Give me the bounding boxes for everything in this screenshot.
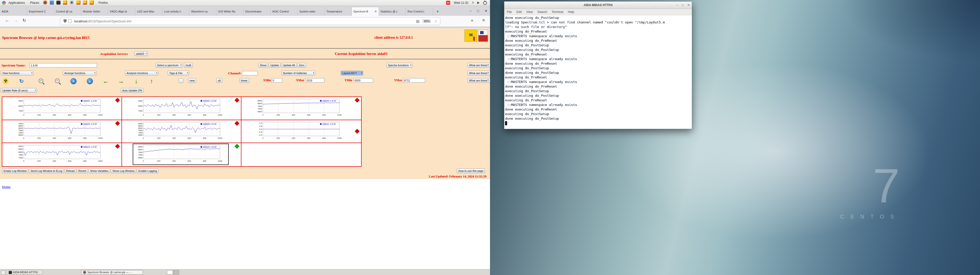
workspace-switcher[interactable] — [167, 270, 179, 275]
status-diamond-red[interactable] — [355, 98, 360, 102]
midas-icon[interactable] — [63, 0, 67, 5]
minimize-icon[interactable]: – — [676, 3, 678, 7]
url-bar[interactable]: localhost :8015/Spectrum/Spectrum.tml ▤ … — [60, 17, 440, 25]
channel-input[interactable] — [242, 71, 258, 75]
zoom-level-badge[interactable]: 80% — [422, 19, 431, 23]
arrow-up-icon[interactable]: ↑ — [148, 78, 155, 84]
status-diamond-red[interactable] — [115, 144, 120, 149]
terminal-output[interactable]: done executing do_PostSetuploading Spect… — [504, 15, 692, 129]
terminal-menu-search[interactable]: Search — [538, 10, 547, 14]
tab[interactable]: GSI White Ra — [216, 7, 243, 16]
xmin-input[interactable]: 0 — [272, 78, 282, 82]
power-icon[interactable] — [483, 1, 487, 5]
spectrum-chart[interactable]: 90008000700002004006008001000aida02 1.8.… — [133, 98, 228, 119]
zero-button[interactable]: Zero — [298, 63, 306, 68]
xmax-input[interactable]: 1019 — [305, 78, 325, 82]
show-variables-button[interactable]: Show Variables — [89, 169, 110, 173]
taskbar-button[interactable]: AIDA MIDAS HTTPd — [7, 270, 43, 275]
tab[interactable]: ASIC Control — [270, 7, 298, 16]
arrow-right-icon[interactable]: → — [118, 78, 124, 84]
tab[interactable]: AIDA — [0, 7, 27, 16]
refresh-icon[interactable]: ↻ — [18, 78, 24, 84]
screenshot-icon[interactable] — [70, 0, 74, 5]
new-button[interactable]: new — [188, 78, 196, 83]
firefox-icon[interactable] — [43, 0, 47, 5]
active-app-label[interactable]: Firefox — [99, 1, 108, 5]
galleries-dropdown[interactable]: Number of Galleries — [282, 71, 315, 75]
shield-icon[interactable] — [64, 19, 67, 23]
acquisition-server-select[interactable]: aida03 — [135, 51, 148, 56]
bookmark-star-icon[interactable]: ☆ — [434, 19, 438, 23]
revert-button[interactable]: Revert — [77, 169, 88, 173]
tab[interactable]: Run Control ( — [406, 7, 433, 16]
scroll-down-icon[interactable]: ▼ — [70, 78, 76, 84]
status-diamond-red[interactable] — [235, 121, 239, 125]
status-diamond-red[interactable] — [235, 98, 239, 102]
permissions-icon[interactable] — [68, 19, 72, 23]
tab[interactable]: Statistics @ c — [379, 7, 406, 16]
applications-menu[interactable]: Applications — [6, 0, 27, 6]
radiation-icon[interactable]: ☢ — [3, 78, 9, 84]
tab[interactable]: Spectrum B✕ — [352, 7, 379, 16]
update-rate-dropdown[interactable]: Update Rate (8 secs) — [1, 88, 37, 93]
linear-button[interactable]: linear — [239, 78, 249, 83]
update-button[interactable]: Update — [269, 63, 280, 68]
arrow-down-icon[interactable]: ↓ — [133, 78, 139, 84]
arrange-functions-dropdown[interactable]: Arrange functions — [63, 71, 97, 75]
notification-icon[interactable]: «» — [446, 1, 450, 5]
clock[interactable]: Wed 11:32 — [454, 1, 468, 5]
tab[interactable]: Discriminator — [243, 7, 270, 16]
tab[interactable]: Experiment C — [27, 7, 54, 16]
close-tab-icon[interactable]: ✕ — [374, 9, 377, 13]
workspace-1[interactable] — [167, 270, 173, 275]
maximize-icon[interactable]: □ — [682, 3, 684, 7]
arrow-left-icon[interactable]: ← — [103, 78, 109, 84]
reload-button[interactable]: ↻ — [22, 18, 26, 23]
taskbar-button[interactable]: Spectrum Browser @ carme-gsi — … — [81, 270, 143, 275]
blank-button[interactable] — [179, 78, 183, 83]
update-all-button[interactable]: Update All — [281, 63, 297, 68]
how-to-use-button[interactable]: How to use this page — [457, 169, 485, 173]
scroll-up-icon[interactable]: ▲ — [87, 78, 93, 84]
status-diamond-red[interactable] — [115, 98, 120, 102]
tab[interactable]: Temperature — [325, 7, 352, 16]
spectrum-chart[interactable]: 8500800075007000650002004006008001000aid… — [133, 144, 228, 164]
terminal-menu-edit[interactable]: Edit — [516, 10, 522, 14]
distro-menu-icon[interactable] — [2, 1, 6, 5]
new-tab-button[interactable]: + — [434, 8, 441, 15]
maximize-icon[interactable]: □ — [477, 9, 479, 13]
zoom-out-icon[interactable]: − — [54, 78, 60, 84]
spectrum-chart[interactable]: 9000850080007500700065000200400600800100… — [133, 121, 228, 142]
all-button[interactable]: all — [216, 78, 222, 83]
spectrum-chart[interactable]: 1.00.50.0-0.5-1.002004006008001000aida11… — [253, 121, 348, 142]
what-are-these-button-1[interactable]: What are these? — [468, 63, 490, 68]
select-spectrum-dropdown[interactable]: Select a spectrum — [156, 63, 183, 68]
workspace-2[interactable] — [173, 270, 179, 275]
close-icon[interactable]: ✕ — [485, 9, 487, 13]
files-icon[interactable] — [50, 0, 54, 5]
view-functions-dropdown[interactable]: View functions — [1, 71, 33, 75]
tab[interactable]: FADC Align & — [108, 7, 135, 16]
terminal-menu-help[interactable]: Help — [568, 10, 574, 14]
terminal-menu-terminal[interactable]: Terminal — [552, 10, 563, 14]
ymin-input[interactable]: 6000 — [353, 78, 373, 82]
network-icon[interactable]: ? — [472, 1, 474, 4]
spectrum-chart[interactable]: 9000850080007500700002004006008001000aid… — [14, 144, 108, 164]
reader-mode-icon[interactable]: ▤ — [416, 19, 419, 23]
spectra-functions-dropdown[interactable]: Spectra functions — [387, 63, 412, 68]
terminal-titlebar[interactable]: AIDA MIDAS HTTPd –□✕ — [504, 2, 692, 9]
midas-icon[interactable] — [89, 0, 94, 5]
tags-fits-dropdown[interactable]: Tags & Fits — [168, 71, 189, 75]
auto-update-button[interactable]: Auto Update ON — [121, 88, 143, 93]
terminal-menu-file[interactable]: File — [507, 10, 512, 14]
ymax-input[interactable]: 8712 — [403, 78, 425, 82]
status-diamond-green[interactable] — [235, 144, 239, 149]
midas-icon[interactable] — [76, 0, 80, 5]
spectrum-chart[interactable]: 8500800075007000650002004006008001000aid… — [253, 98, 348, 119]
send-log-window-to-elog-button[interactable]: Send Log Window to ELog — [29, 169, 64, 173]
empty-log-window-button[interactable]: Empty Log Window — [2, 169, 28, 173]
home-link[interactable]: Home — [2, 185, 11, 189]
what-are-these-button-3[interactable]: What are these? — [468, 78, 490, 83]
tab[interactable]: Waveform ca — [189, 7, 216, 16]
window-list-icon[interactable] — [1, 270, 5, 275]
